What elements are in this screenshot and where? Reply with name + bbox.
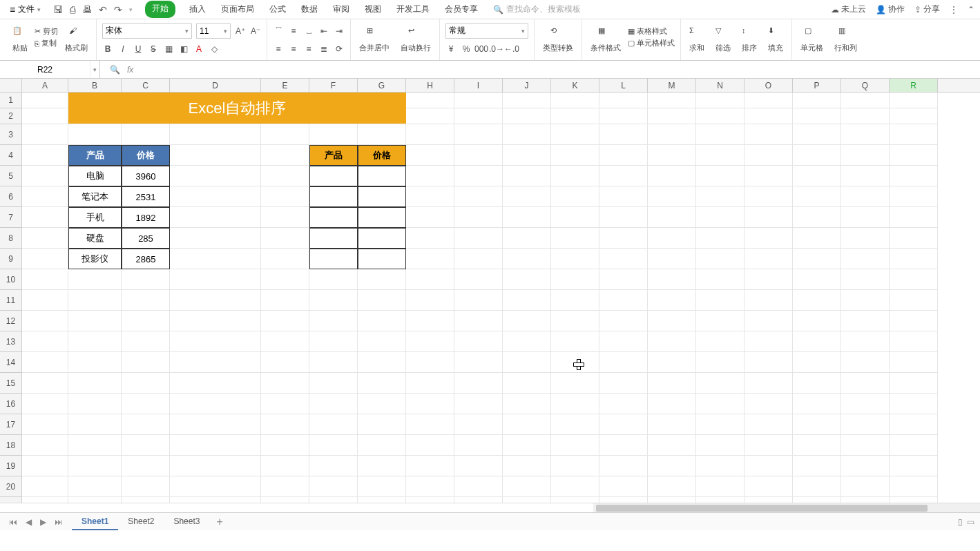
cell-F11[interactable]	[309, 290, 358, 311]
cell-J17[interactable]	[503, 414, 551, 435]
cell-A12[interactable]	[22, 311, 68, 331]
cell-K2[interactable]	[551, 108, 599, 124]
more-icon[interactable]: ⋮	[950, 5, 958, 14]
row-header-11[interactable]: 11	[0, 290, 22, 311]
cell-H1[interactable]	[406, 93, 454, 108]
cell-K17[interactable]	[551, 414, 599, 435]
number-format-combo[interactable]: 常规▾	[445, 23, 528, 39]
cell-J10[interactable]	[503, 269, 551, 290]
cell-P13[interactable]	[793, 331, 841, 352]
cell-D19[interactable]	[170, 456, 261, 476]
cell-R12[interactable]	[890, 311, 938, 331]
cell-C20[interactable]	[122, 476, 170, 497]
cell-B20[interactable]	[68, 476, 122, 497]
cell-O19[interactable]	[744, 456, 793, 476]
cell-E17[interactable]	[261, 414, 309, 435]
cell-P12[interactable]	[793, 311, 841, 331]
cell-L18[interactable]	[599, 435, 648, 456]
justify-icon[interactable]: ≣	[318, 44, 329, 55]
cell-F18[interactable]	[309, 435, 358, 456]
cell-L20[interactable]	[599, 476, 648, 497]
redo-icon[interactable]: ↷	[114, 4, 122, 15]
cell-D15[interactable]	[170, 373, 261, 394]
cell-E7[interactable]	[261, 207, 309, 228]
cell-P14[interactable]	[793, 352, 841, 373]
cell-J2[interactable]	[503, 108, 551, 124]
cell-K4[interactable]	[551, 145, 599, 166]
cell-J7[interactable]	[503, 207, 551, 228]
cell-O17[interactable]	[744, 414, 793, 435]
cell-M14[interactable]	[648, 352, 696, 373]
cell-F3[interactable]	[309, 124, 358, 145]
col-header-I[interactable]: I	[454, 79, 503, 92]
collapse-ribbon-icon[interactable]: ⌃	[968, 5, 974, 14]
cell-Q20[interactable]	[841, 476, 890, 497]
cell-I11[interactable]	[454, 290, 503, 311]
cell-E13[interactable]	[261, 331, 309, 352]
cell-G3[interactable]	[358, 124, 406, 145]
row-header-19[interactable]: 19	[0, 456, 22, 476]
cell-H17[interactable]	[406, 414, 454, 435]
cell-C5[interactable]: 3960	[122, 166, 170, 186]
cell-Q10[interactable]	[841, 269, 890, 290]
bold-icon[interactable]: B	[102, 44, 113, 55]
cell-C16[interactable]	[122, 394, 170, 414]
cell-E11[interactable]	[261, 290, 309, 311]
cell-P5[interactable]	[793, 166, 841, 186]
cell-O1[interactable]	[744, 93, 793, 108]
align-top-icon[interactable]: ⎴	[273, 26, 284, 37]
ribbon-tab-2[interactable]: 页面布局	[220, 1, 256, 18]
cell-I9[interactable]	[454, 249, 503, 269]
sheet-tab-Sheet2[interactable]: Sheet2	[118, 514, 164, 530]
cell-C18[interactable]	[122, 435, 170, 456]
cell-A4[interactable]	[22, 145, 68, 166]
cell-E21[interactable]	[261, 497, 309, 503]
cell-H9[interactable]	[406, 249, 454, 269]
cell-B19[interactable]	[68, 456, 122, 476]
cell-F16[interactable]	[309, 394, 358, 414]
view-normal-icon[interactable]: ▯	[958, 517, 963, 527]
cell-P1[interactable]	[793, 93, 841, 108]
cell-D12[interactable]	[170, 311, 261, 331]
row-header-17[interactable]: 17	[0, 414, 22, 435]
cell-G18[interactable]	[358, 435, 406, 456]
cell-K13[interactable]	[551, 331, 599, 352]
clear-format-icon[interactable]: ◇	[209, 44, 220, 55]
indent-right-icon[interactable]: ⇥	[334, 26, 345, 37]
cell-A10[interactable]	[22, 269, 68, 290]
cell-K20[interactable]	[551, 476, 599, 497]
cell-F17[interactable]	[309, 414, 358, 435]
select-all-corner[interactable]	[0, 79, 22, 92]
cell-H6[interactable]	[406, 186, 454, 207]
cell-O6[interactable]	[744, 186, 793, 207]
cell-J9[interactable]	[503, 249, 551, 269]
cell-style-button[interactable]: ▢ 单元格样式	[628, 38, 675, 48]
cell-Q7[interactable]	[841, 207, 890, 228]
cell-J4[interactable]	[503, 145, 551, 166]
cell-Q13[interactable]	[841, 331, 890, 352]
cell-K14[interactable]	[551, 352, 599, 373]
cell-B1[interactable]: Excel自动排序	[68, 93, 406, 124]
cell-L11[interactable]	[599, 290, 648, 311]
cell-C10[interactable]	[122, 269, 170, 290]
cell-P3[interactable]	[793, 124, 841, 145]
col-header-P[interactable]: P	[793, 79, 841, 92]
cell-G13[interactable]	[358, 331, 406, 352]
cell-O18[interactable]	[744, 435, 793, 456]
cell-M18[interactable]	[648, 435, 696, 456]
row-header-18[interactable]: 18	[0, 435, 22, 456]
col-header-C[interactable]: C	[122, 79, 170, 92]
cell-I18[interactable]	[454, 435, 503, 456]
cell-J3[interactable]	[503, 124, 551, 145]
cell-H16[interactable]	[406, 394, 454, 414]
cell-P9[interactable]	[793, 249, 841, 269]
cell-J21[interactable]	[503, 497, 551, 503]
cell-R1[interactable]	[890, 93, 938, 108]
cell-K6[interactable]	[551, 186, 599, 207]
cell-G15[interactable]	[358, 373, 406, 394]
cell-R5[interactable]	[890, 166, 938, 186]
cell-A9[interactable]	[22, 249, 68, 269]
cell-D21[interactable]	[170, 497, 261, 503]
type-convert-button[interactable]: ⟲ 类型转换	[540, 26, 576, 53]
cell-A5[interactable]	[22, 166, 68, 186]
